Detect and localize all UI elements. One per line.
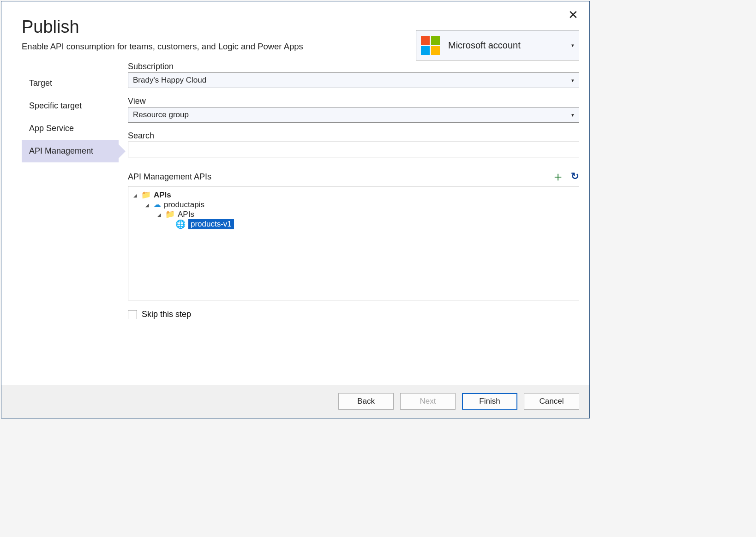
microsoft-logo-icon (421, 36, 440, 55)
tree-node-productapis[interactable]: productapis (164, 200, 204, 209)
subscription-value: Brady's Happy Cloud (133, 76, 206, 85)
form-area: Subscription Brady's Happy Cloud ▾ View … (119, 62, 579, 377)
globe-icon: 🌐 (175, 219, 186, 229)
dialog-header: Publish Enable API consumption for teams… (1, 1, 589, 56)
expander-icon[interactable] (132, 191, 138, 198)
step-api-management[interactable]: API Management (22, 140, 119, 162)
account-selector[interactable]: Microsoft account ▾ (416, 30, 579, 60)
skip-label: Skip this step (142, 310, 191, 319)
expander-icon[interactable] (144, 201, 150, 208)
subscription-label: Subscription (128, 62, 579, 72)
cancel-button[interactable]: Cancel (524, 393, 579, 410)
wizard-steps: Target Specific target App Service API M… (22, 62, 119, 377)
search-input[interactable] (128, 142, 579, 157)
publish-dialog: ✕ Publish Enable API consumption for tea… (1, 1, 590, 418)
back-button[interactable]: Back (338, 393, 394, 410)
apis-tree[interactable]: 📁 APIs ☁ productapis 📁 APIs 🌐 (128, 186, 579, 300)
view-label: View (128, 96, 579, 106)
apis-section-label: API Management APIs (128, 172, 211, 182)
cloud-icon: ☁ (153, 200, 161, 209)
expander-icon[interactable] (156, 211, 162, 218)
finish-button[interactable]: Finish (462, 393, 517, 410)
view-value: Resource group (133, 110, 189, 119)
folder-icon: 📁 (165, 209, 175, 219)
add-icon[interactable]: ＋ (552, 170, 564, 183)
view-dropdown[interactable]: Resource group ▾ (128, 107, 579, 123)
chevron-down-icon: ▾ (571, 42, 574, 48)
step-target[interactable]: Target (22, 72, 119, 95)
account-label: Microsoft account (448, 40, 571, 51)
subscription-dropdown[interactable]: Brady's Happy Cloud ▾ (128, 72, 579, 88)
skip-checkbox[interactable] (128, 310, 137, 319)
chevron-down-icon: ▾ (571, 112, 574, 118)
tree-node-apis-subfolder[interactable]: APIs (178, 210, 194, 219)
folder-icon: 📁 (141, 190, 151, 200)
chevron-down-icon: ▾ (571, 78, 574, 84)
tree-node-root[interactable]: APIs (154, 191, 171, 200)
step-app-service[interactable]: App Service (22, 117, 119, 140)
step-specific-target[interactable]: Specific target (22, 95, 119, 117)
tree-node-selected[interactable]: products-v1 (188, 219, 234, 229)
refresh-icon[interactable]: ↻ (571, 171, 579, 183)
dialog-footer: Back Next Finish Cancel (1, 385, 589, 418)
next-button[interactable]: Next (400, 393, 456, 410)
search-label: Search (128, 131, 579, 141)
